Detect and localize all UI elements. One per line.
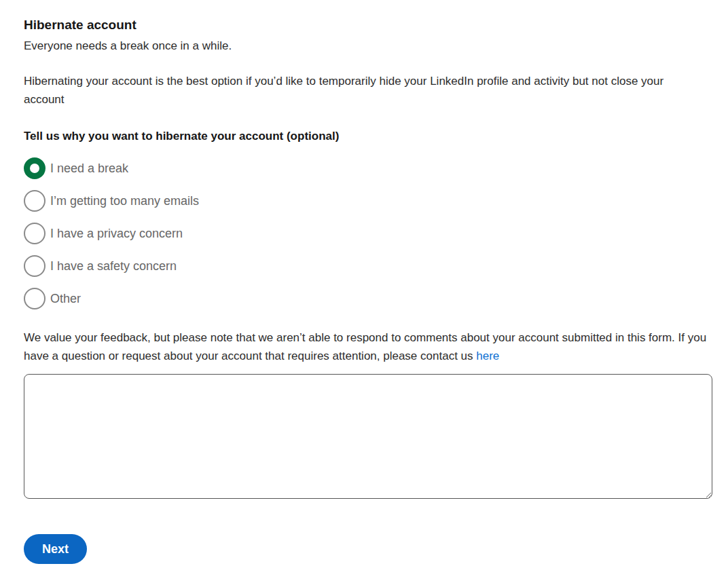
reason-question-label: Tell us why you want to hibernate your a… [24,129,712,143]
radio-unselected-icon[interactable] [24,223,46,244]
reason-radio-group: I need a break I’m getting too many emai… [24,152,712,315]
radio-selected-icon[interactable] [24,157,46,179]
radio-option-label[interactable]: I have a safety concern [50,258,177,274]
feedback-note-text: We value your feedback, but please note … [24,331,706,362]
feedback-textarea[interactable] [24,374,712,499]
contact-us-here-link[interactable]: here [476,350,499,362]
page-title: Hibernate account [24,17,712,33]
next-button[interactable]: Next [24,534,87,564]
radio-option-safety-concern[interactable]: I have a safety concern [24,250,712,282]
radio-unselected-icon[interactable] [24,190,46,212]
hibernate-description: Hibernating your account is the best opt… [24,72,703,109]
radio-option-other[interactable]: Other [24,282,712,315]
radio-option-label[interactable]: Other [50,290,81,307]
page-subtitle: Everyone needs a break once in a while. [24,39,712,54]
radio-unselected-icon[interactable] [24,255,46,277]
radio-unselected-icon[interactable] [24,288,46,309]
radio-option-label[interactable]: I have a privacy concern [50,225,183,242]
feedback-note: We value your feedback, but please note … [24,328,712,365]
radio-option-label[interactable]: I’m getting too many emails [50,193,199,209]
radio-option-i-need-a-break[interactable]: I need a break [24,152,712,185]
hibernate-account-page: Hibernate account Everyone needs a break… [0,0,728,564]
radio-option-too-many-emails[interactable]: I’m getting too many emails [24,185,712,217]
radio-option-label[interactable]: I need a break [50,160,128,176]
radio-option-privacy-concern[interactable]: I have a privacy concern [24,217,712,250]
